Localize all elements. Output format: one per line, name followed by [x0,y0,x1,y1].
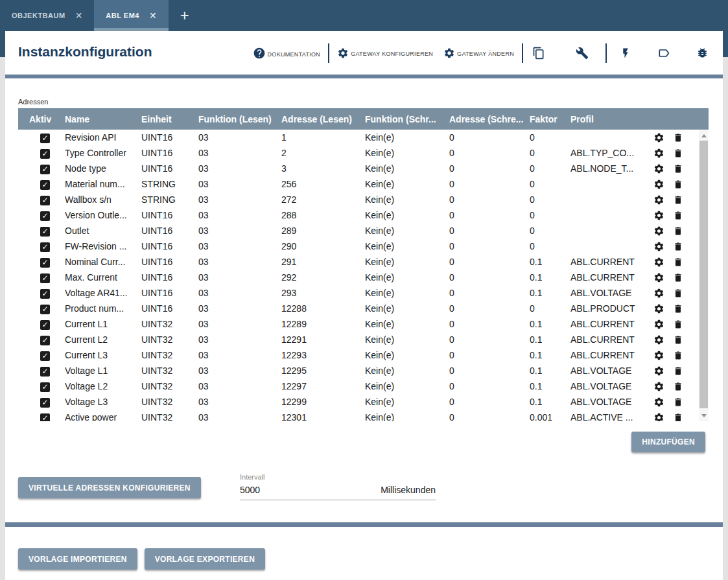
row-delete-trash-icon[interactable] [673,148,683,159]
scrollbar-thumb[interactable] [699,141,708,408]
toolbar-separator [522,43,523,63]
cell-name: Voltage L3 [65,397,141,407]
row-delete-trash-icon[interactable] [673,226,683,237]
row-delete-trash-icon[interactable] [673,194,683,205]
row-delete-trash-icon[interactable] [673,257,683,268]
row-delete-trash-icon[interactable] [673,334,683,345]
tab-abl-em4[interactable]: ABL EM4 ✕ [94,0,168,31]
row-delete-trash-icon[interactable] [673,412,683,422]
aktiv-checkbox[interactable]: ✓ [40,398,50,408]
row-settings-gear-icon[interactable] [653,132,664,143]
cell-adresse-lesen: 12291 [281,334,365,345]
aktiv-checkbox[interactable]: ✓ [40,133,50,143]
row-delete-trash-icon[interactable] [673,132,683,143]
cell-adresse-schreiben: 0 [449,257,530,267]
row-settings-gear-icon[interactable] [653,241,664,252]
wrench-icon[interactable] [576,47,589,60]
hinzufuegen-button[interactable]: HINZUFÜGEN [631,432,705,452]
row-settings-gear-icon[interactable] [653,397,664,408]
lightning-icon[interactable] [620,47,631,60]
close-icon[interactable]: ✕ [149,11,157,20]
vorlage-importieren-button[interactable]: VORLAGE IMPORTIEREN [18,548,137,570]
dokumentation-button[interactable]: DOKUMENTATION [253,47,321,60]
aktiv-checkbox[interactable]: ✓ [40,382,50,392]
aktiv-checkbox[interactable]: ✓ [40,258,50,268]
cell-adresse-schreiben: 0 [449,381,530,391]
gateway-konfigurieren-button[interactable]: GATEWAY KONFIGURIEREN [337,47,433,59]
row-delete-trash-icon[interactable] [673,350,683,361]
aktiv-checkbox[interactable]: ✓ [40,289,50,299]
cell-adresse-schreiben: 0 [449,179,530,189]
row-settings-gear-icon[interactable] [653,272,664,283]
cell-funktion-schreiben: Kein(e) [365,350,449,360]
cell-adresse-lesen: 3 [281,163,365,174]
page-title: Instanzkonfiguration [18,44,152,60]
aktiv-checkbox[interactable]: ✓ [40,242,50,252]
cell-adresse-schreiben: 0 [449,163,530,174]
row-delete-trash-icon[interactable] [673,397,683,408]
row-settings-gear-icon[interactable] [653,303,664,314]
cell-faktor: 0.001 [530,412,570,421]
row-settings-gear-icon[interactable] [653,319,664,330]
row-settings-gear-icon[interactable] [653,194,664,205]
row-settings-gear-icon[interactable] [653,257,664,268]
bug-icon[interactable] [696,47,709,59]
interval-input[interactable] [240,485,337,495]
aktiv-checkbox[interactable]: ✓ [40,165,50,174]
scrollbar-down-arrow-icon[interactable] [701,414,707,417]
row-settings-gear-icon[interactable] [653,381,664,392]
row-settings-gear-icon[interactable] [653,365,664,377]
gateway-aendern-button[interactable]: GATEWAY ÄNDERN [443,47,514,59]
close-icon[interactable]: ✕ [75,11,83,20]
row-settings-gear-icon[interactable] [653,226,664,237]
row-delete-trash-icon[interactable] [673,179,683,190]
cell-adresse-lesen: 12301 [281,412,365,421]
row-delete-trash-icon[interactable] [673,381,683,392]
aktiv-checkbox[interactable]: ✓ [40,180,50,190]
cell-adresse-lesen: 292 [281,272,365,283]
cell-funktion-lesen: 03 [198,179,281,189]
aktiv-checkbox[interactable]: ✓ [40,227,50,237]
aktiv-checkbox[interactable]: ✓ [40,367,50,377]
aktiv-checkbox[interactable]: ✓ [40,196,50,205]
row-settings-gear-icon[interactable] [653,288,664,299]
row-delete-trash-icon[interactable] [673,210,683,221]
cell-adresse-schreiben: 0 [449,397,530,407]
row-delete-trash-icon[interactable] [673,365,683,377]
row-delete-trash-icon[interactable] [673,163,683,174]
vorlage-exportieren-button[interactable]: VORLAGE EXPORTIEREN [145,548,265,570]
row-delete-trash-icon[interactable] [673,288,683,299]
cell-adresse-lesen: 12288 [281,303,365,314]
cell-adresse-lesen: 12297 [281,381,365,391]
cell-faktor: 0 [530,241,570,251]
row-settings-gear-icon[interactable] [653,350,664,361]
aktiv-checkbox[interactable]: ✓ [40,351,50,361]
row-settings-gear-icon[interactable] [653,210,664,221]
label-tag-icon[interactable] [657,47,670,60]
aktiv-checkbox[interactable]: ✓ [40,211,50,221]
virtuelle-adressen-button[interactable]: VIRTUELLE ADRESSEN KONFIGURIEREN [18,477,201,498]
cell-funktion-schreiben: Kein(e) [365,163,449,174]
aktiv-checkbox[interactable]: ✓ [40,149,50,159]
aktiv-checkbox[interactable]: ✓ [40,413,50,422]
row-delete-trash-icon[interactable] [673,319,683,330]
aktiv-checkbox[interactable]: ✓ [40,273,50,283]
address-table: Aktiv Name Einheit Funktion (Lesen) Adre… [18,108,709,421]
row-delete-trash-icon[interactable] [673,241,683,252]
row-settings-gear-icon[interactable] [653,179,664,190]
aktiv-checkbox[interactable]: ✓ [40,320,50,330]
row-delete-trash-icon[interactable] [673,303,683,314]
row-settings-gear-icon[interactable] [653,148,664,159]
aktiv-checkbox[interactable]: ✓ [40,305,50,314]
row-settings-gear-icon[interactable] [653,334,664,345]
row-delete-trash-icon[interactable] [673,272,683,283]
scrollbar-up-arrow-icon[interactable] [701,134,707,137]
table-scrollbar[interactable] [699,130,709,421]
add-tab-button[interactable]: + [169,0,201,31]
row-settings-gear-icon[interactable] [653,163,664,174]
row-settings-gear-icon[interactable] [653,412,664,422]
aktiv-checkbox[interactable]: ✓ [40,336,50,345]
tab-objektbaum[interactable]: OBJEKTBAUM ✕ [0,0,94,31]
copy-icon[interactable] [532,47,545,60]
interval-unit-label: Millisekunden [381,485,436,495]
